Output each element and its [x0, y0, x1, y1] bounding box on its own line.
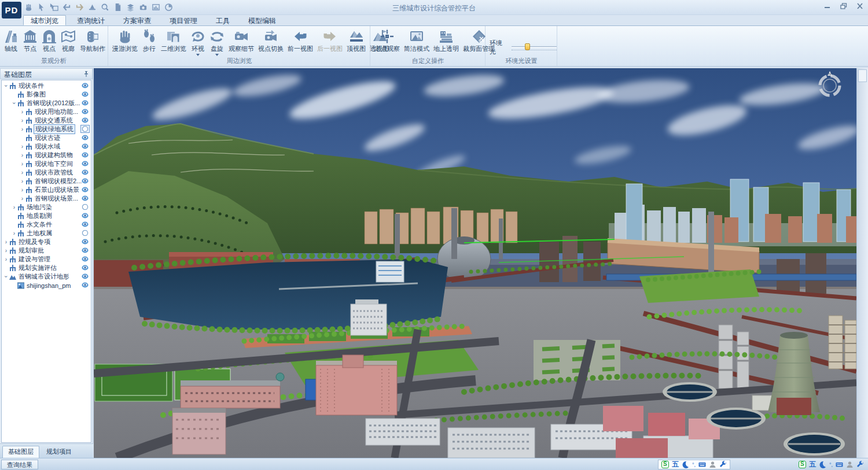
half-moon-icon[interactable] [682, 461, 689, 468]
visibility-toggle[interactable] [80, 90, 90, 98]
restore-button[interactable] [840, 3, 847, 9]
layer-tree-item[interactable]: ›控规及专项 [2, 238, 91, 246]
expander-icon[interactable]: › [19, 187, 25, 193]
soft-keyboard-icon[interactable] [698, 461, 706, 468]
expander-icon[interactable]: › [11, 100, 17, 106]
expander-icon[interactable]: › [19, 126, 25, 132]
tab-base-layers[interactable]: 基础图层 [2, 446, 39, 458]
layer-tree-item[interactable]: ›现状用地功能... [2, 108, 91, 116]
visibility-toggle[interactable] [80, 82, 90, 90]
punctuation-icon[interactable]: °, [692, 462, 696, 468]
expander-icon[interactable]: › [19, 178, 25, 184]
expander-icon[interactable]: › [11, 230, 17, 236]
layer-tree-item[interactable]: ›首钢现状模型2... [2, 177, 91, 186]
layer-tree-item[interactable]: ›现状交通系统 [2, 116, 91, 125]
layer-tree-item-selected[interactable]: ›现状绿地系统 [2, 125, 91, 134]
ribbon-button-previous-view[interactable]: 前一视图 [286, 28, 315, 54]
tab-project-management[interactable]: 项目管理 [162, 15, 205, 25]
layer-tree-item[interactable]: 地质勘测 [2, 212, 91, 220]
expander-icon[interactable]: › [19, 169, 25, 176]
compass-widget[interactable]: N [816, 71, 844, 98]
ribbon-button-roam[interactable]: 漫游浏览 [111, 28, 139, 54]
visibility-toggle[interactable] [80, 203, 90, 211]
layer-tree-item[interactable]: 影像图 [2, 90, 91, 99]
slider-thumb[interactable] [525, 43, 530, 50]
layer-tree-item[interactable]: ›首钢现状场景... [2, 194, 91, 203]
ribbon-button-viewpoint[interactable]: 视点 [40, 28, 58, 54]
sogou-logo-icon[interactable]: S [661, 461, 669, 468]
ribbon-button-view-corridor[interactable]: 视廊 [59, 28, 78, 54]
expander-icon[interactable]: › [19, 161, 25, 167]
ribbon-button-top-view[interactable]: 顶视图 [345, 28, 367, 54]
expander-icon[interactable]: › [3, 256, 9, 262]
visibility-toggle[interactable] [80, 264, 90, 272]
ribbon-button-2d-browse[interactable]: 二维浏览 [159, 28, 188, 54]
tab-planning-projects[interactable]: 规划项目 [41, 446, 78, 458]
close-button[interactable] [856, 3, 863, 9]
ribbon-button-look-around[interactable]: 环视 [189, 28, 207, 57]
right-panel-collapse-button[interactable] [858, 69, 867, 82]
dropdown-arrow-icon[interactable] [215, 54, 219, 56]
ribbon-button-observe-detail[interactable]: 观察细节 [227, 28, 256, 54]
app-logo[interactable]: PD [2, 2, 21, 18]
ambient-light-slider[interactable] [512, 43, 557, 51]
expander-icon[interactable]: › [3, 247, 9, 254]
viewport-3d-scene[interactable]: N [94, 68, 856, 458]
visibility-toggle[interactable] [80, 177, 90, 185]
visibility-toggle[interactable] [80, 229, 90, 237]
layer-tree-item[interactable]: ›规划审批 [2, 246, 91, 255]
visibility-toggle[interactable] [80, 220, 90, 228]
query-results-button[interactable]: 查询结果 [1, 460, 38, 469]
layer-tree-item[interactable]: 现状古迹 [2, 134, 91, 142]
expander-icon[interactable]: › [19, 117, 25, 124]
user-account-icon[interactable] [846, 461, 854, 468]
layer-tree-item[interactable]: ›场地污染 [2, 203, 91, 212]
tab-query-statistics[interactable]: 查询统计 [69, 15, 112, 25]
ribbon-button-axis[interactable]: 轴线 [2, 28, 20, 54]
settings-wrench-icon[interactable] [719, 461, 727, 468]
visibility-toggle[interactable] [80, 99, 90, 107]
layer-tree-item[interactable]: ›现状地下空间 [2, 160, 91, 168]
visibility-toggle[interactable] [80, 212, 90, 220]
expander-icon[interactable]: › [19, 143, 25, 150]
tab-tools[interactable]: 工具 [208, 15, 237, 25]
visibility-toggle[interactable] [80, 281, 90, 289]
layer-tree-item[interactable]: ›首钢现状(2012版... [2, 99, 91, 108]
expander-icon[interactable]: › [19, 152, 25, 158]
visibility-toggle[interactable] [80, 255, 90, 263]
tab-plan-review[interactable]: 方案审查 [116, 15, 159, 25]
visibility-toggle[interactable] [80, 125, 90, 133]
visibility-toggle[interactable] [80, 194, 90, 202]
pin-icon[interactable] [83, 71, 89, 77]
sogou-logo-icon[interactable]: S [799, 461, 806, 468]
settings-wrench-icon[interactable] [856, 461, 864, 468]
visibility-toggle[interactable] [80, 160, 90, 168]
expander-icon[interactable]: › [3, 273, 9, 280]
punctuation-icon[interactable]: °, [829, 462, 833, 468]
layer-tree-item[interactable]: 规划实施评估 [2, 264, 91, 272]
ribbon-button-fixed-observe[interactable]: 定点观察 [373, 28, 402, 54]
ribbon-button-walk[interactable]: 步行 [140, 28, 159, 54]
wubi-mode-icon[interactable]: 五 [672, 460, 679, 469]
expander-icon[interactable]: › [3, 83, 9, 89]
visibility-toggle[interactable] [80, 186, 90, 194]
visibility-toggle[interactable] [80, 151, 90, 159]
dropdown-arrow-icon[interactable] [196, 54, 200, 56]
expander-icon[interactable]: › [19, 195, 25, 202]
visibility-toggle[interactable] [80, 246, 90, 254]
ribbon-button-viewpoint-switch[interactable]: 视点切换 [256, 28, 285, 54]
ribbon-button-hover[interactable]: 盘旋 [208, 28, 226, 57]
ribbon-button-ground-transparent[interactable]: 地上透明 [432, 28, 461, 54]
visibility-toggle[interactable] [80, 134, 90, 142]
layer-tree-item[interactable]: ›现状条件 [2, 82, 91, 90]
expander-icon[interactable]: › [3, 239, 9, 245]
expander-icon[interactable]: › [11, 204, 17, 210]
layer-tree-item[interactable]: ›现状市政管线 [2, 168, 91, 177]
expander-icon[interactable]: › [19, 109, 25, 115]
slider-track[interactable] [512, 46, 557, 47]
ribbon-button-nav-authoring[interactable]: 导航制作 [78, 28, 107, 54]
tab-model-edit[interactable]: 模型编辑 [241, 15, 284, 25]
layer-tree-item[interactable]: shijingshan_pm [2, 281, 91, 290]
layer-tree-item[interactable]: ›首钢城市设计地形 [2, 272, 91, 281]
layer-tree-item[interactable]: ›现状建构筑物 [2, 151, 91, 160]
